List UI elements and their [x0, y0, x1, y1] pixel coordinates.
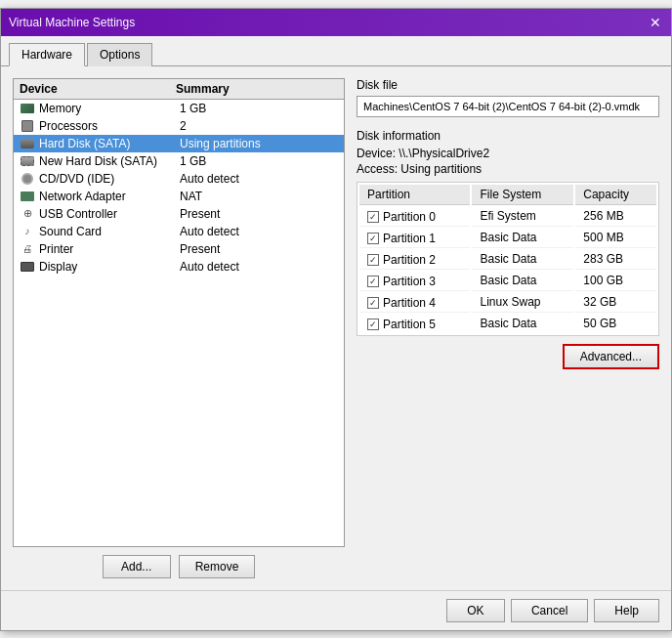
access-value: Using partitions [400, 162, 482, 176]
device-name-printer: Printer [39, 242, 180, 256]
remove-button[interactable]: Remove [179, 555, 256, 578]
partition-check: ✓ Partition 2 [367, 253, 436, 267]
partition-fs-cell: Basic Data [472, 315, 573, 333]
device-row-sound-card[interactable]: ♪ Sound Card Auto detect [14, 223, 344, 240]
partition-check: ✓ Partition 0 [367, 210, 436, 224]
partition-checkbox[interactable]: ✓ [367, 254, 379, 266]
add-button[interactable]: Add... [103, 555, 171, 578]
ok-button[interactable]: OK [446, 599, 505, 622]
left-buttons: Add... Remove [13, 555, 345, 578]
device-summary-hard-disk-sata: Using partitions [180, 137, 338, 150]
network-icon [20, 191, 35, 202]
partition-table: Partition File System Capacity ✓ Partiti… [357, 182, 659, 336]
device-row-processors[interactable]: Processors 2 [14, 117, 344, 135]
partition-col-name: Partition [359, 185, 470, 205]
sound-icon: ♪ [20, 226, 35, 237]
device-summary-printer: Present [180, 242, 338, 256]
partition-capacity-cell: 50 GB [575, 315, 656, 333]
advanced-button[interactable]: Advanced... [563, 344, 659, 369]
device-summary-sound-card: Auto detect [180, 225, 338, 238]
partition-row: ✓ Partition 3 Basic Data 100 GB [359, 272, 656, 291]
device-name-cd-dvd-ide: CD/DVD (IDE) [39, 172, 180, 186]
partition-checkbox[interactable]: ✓ [367, 319, 379, 330]
partition-checkbox[interactable]: ✓ [367, 211, 379, 223]
disk-info-device: Device: \\.\PhysicalDrive2 [357, 147, 659, 160]
device-row-display[interactable]: Display Auto detect [14, 258, 344, 276]
partition-capacity-cell: 32 GB [575, 293, 656, 313]
device-row-printer[interactable]: 🖨 Printer Present [14, 240, 344, 258]
device-name-network-adapter: Network Adapter [39, 190, 180, 203]
disk-info-access: Access: Using partitions [357, 162, 659, 176]
partition-checkbox[interactable]: ✓ [367, 233, 379, 244]
partition-name: Partition 5 [383, 318, 436, 331]
partition-name: Partition 3 [383, 275, 436, 288]
device-row-hard-disk-sata[interactable]: Hard Disk (SATA) Using partitions [14, 135, 344, 152]
partition-row: ✓ Partition 0 Efi System 256 MB [359, 207, 656, 227]
partition-row: ✓ Partition 4 Linux Swap 32 GB [359, 293, 656, 313]
memory-icon [20, 103, 35, 114]
close-button[interactable]: ✕ [648, 15, 663, 30]
device-summary-memory: 1 GB [180, 102, 338, 115]
tabs-bar: Hardware Options [1, 36, 671, 66]
cddvd-icon [20, 173, 35, 185]
partition-row: ✓ Partition 1 Basic Data 500 MB [359, 229, 656, 248]
partition-name: Partition 0 [383, 210, 436, 224]
partition-check: ✓ Partition 3 [367, 275, 436, 288]
partition-capacity-cell: 256 MB [575, 207, 656, 227]
device-name-sound-card: Sound Card [39, 225, 180, 238]
partition-fs-cell: Basic Data [472, 229, 573, 248]
disk-file-value: Machines\CentOS 7 64-bit (2)\CentOS 7 64… [357, 96, 659, 117]
partition-name-cell: ✓ Partition 0 [359, 207, 470, 227]
help-button[interactable]: Help [594, 599, 659, 622]
device-row-usb-controller[interactable]: ⊕ USB Controller Present [14, 205, 344, 223]
device-row-memory[interactable]: Memory 1 GB [14, 100, 344, 117]
newharddisk-icon [20, 155, 35, 167]
tab-options[interactable]: Options [87, 43, 152, 66]
disk-info-section: Disk information Device: \\.\PhysicalDri… [357, 129, 659, 336]
processor-icon [20, 120, 35, 132]
device-name-processors: Processors [39, 119, 180, 133]
device-summary-cd-dvd-ide: Auto detect [180, 172, 338, 186]
device-summary-display: Auto detect [180, 260, 338, 274]
partition-name-cell: ✓ Partition 2 [359, 250, 470, 270]
display-icon [20, 261, 35, 273]
device-row-new-hard-disk-sata[interactable]: New Hard Disk (SATA) 1 GB [14, 152, 344, 170]
partition-checkbox[interactable]: ✓ [367, 276, 379, 287]
right-panel: Disk file Machines\CentOS 7 64-bit (2)\C… [357, 78, 659, 578]
partition-row: ✓ Partition 2 Basic Data 283 GB [359, 250, 656, 270]
cancel-button[interactable]: Cancel [511, 599, 588, 622]
device-row-cd-dvd-ide[interactable]: CD/DVD (IDE) Auto detect [14, 170, 344, 188]
disk-file-label: Disk file [357, 78, 659, 92]
partition-check: ✓ Partition 5 [367, 318, 436, 331]
partition-name-cell: ✓ Partition 3 [359, 272, 470, 291]
partition-name: Partition 2 [383, 253, 436, 267]
virtual-machine-settings-window: Virtual Machine Settings ✕ Hardware Opti… [0, 8, 672, 631]
disk-info-label: Disk information [357, 129, 659, 143]
tab-hardware[interactable]: Hardware [9, 43, 85, 66]
partition-capacity-cell: 100 GB [575, 272, 656, 291]
partition-name-cell: ✓ Partition 4 [359, 293, 470, 313]
device-name-usb-controller: USB Controller [39, 207, 180, 221]
main-content: Device Summary Memory 1 GB Processors 2 [1, 66, 671, 590]
partition-row: ✓ Partition 5 Basic Data 50 GB [359, 315, 656, 333]
left-panel: Device Summary Memory 1 GB Processors 2 [13, 78, 345, 578]
device-row-network-adapter[interactable]: Network Adapter NAT [14, 188, 344, 205]
device-summary-network-adapter: NAT [180, 190, 338, 203]
advanced-row: Advanced... [357, 344, 659, 369]
device-table: Device Summary Memory 1 GB Processors 2 [13, 78, 345, 547]
harddisk-icon [20, 138, 35, 149]
partition-col-capacity: Capacity [575, 185, 656, 205]
partition-fs-cell: Linux Swap [472, 293, 573, 313]
window-title: Virtual Machine Settings [9, 16, 135, 29]
partition-fs-cell: Efi System [472, 207, 573, 227]
partition-name-cell: ✓ Partition 1 [359, 229, 470, 248]
partition-fs-cell: Basic Data [472, 272, 573, 291]
partition-name: Partition 1 [383, 232, 436, 245]
device-name-memory: Memory [39, 102, 180, 115]
partition-checkbox[interactable]: ✓ [367, 297, 379, 309]
printer-icon: 🖨 [20, 243, 35, 255]
partition-capacity-cell: 283 GB [575, 250, 656, 270]
device-name-hard-disk-sata: Hard Disk (SATA) [39, 137, 180, 150]
device-name-new-hard-disk-sata: New Hard Disk (SATA) [39, 154, 180, 168]
partition-col-fs: File System [472, 185, 573, 205]
